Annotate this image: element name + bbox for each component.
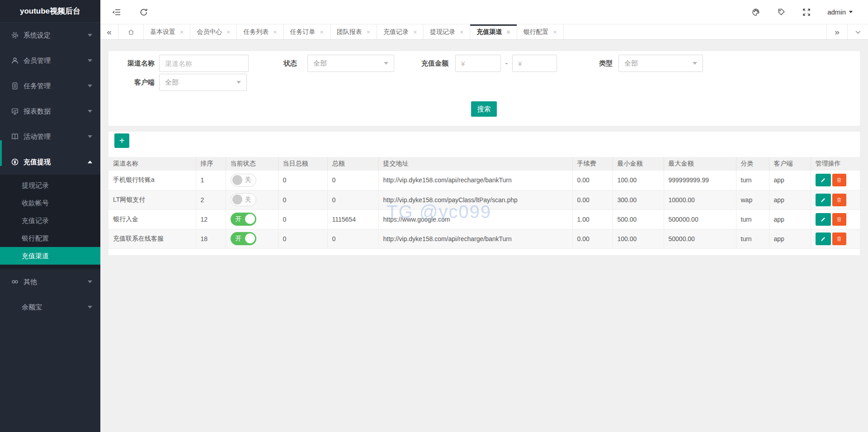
tab[interactable]: 充值渠道× (470, 24, 517, 39)
chevron-down-icon (384, 62, 388, 65)
table-cell: http://vip.dyke158.com/api/recharge/bank… (378, 229, 572, 248)
table-column-header: 当日总额 (278, 157, 327, 171)
gear-icon (11, 31, 19, 39)
trash-icon (836, 236, 842, 242)
status-toggle[interactable]: 开 (231, 213, 256, 226)
recharge-icon (11, 158, 19, 166)
sidebar-item[interactable]: 活动管理 (0, 124, 100, 149)
edit-button[interactable] (816, 213, 831, 226)
close-icon[interactable]: × (413, 28, 417, 36)
sidebar-subitem[interactable]: 提现记录 (0, 176, 100, 194)
tag-icon[interactable] (777, 8, 786, 17)
type-select[interactable]: 全部 (618, 55, 703, 72)
tab[interactable]: 任务订单× (284, 24, 330, 39)
table-cell: 500.00 (613, 209, 664, 229)
refresh-icon[interactable] (139, 8, 148, 17)
sidebar-item[interactable]: 系统设定 (0, 23, 100, 48)
sidebar-subitem[interactable]: 银行配置 (0, 229, 100, 247)
sidebar-subitem[interactable]: 充值记录 (0, 212, 100, 229)
channel-name-input[interactable] (159, 55, 249, 72)
tab[interactable]: 充值记录× (377, 24, 424, 39)
table-cell-status: 关 (226, 190, 278, 209)
table-cell: 1 (196, 171, 226, 190)
tab[interactable]: 团队报表× (330, 24, 377, 39)
delete-button[interactable] (832, 174, 846, 186)
amount-min-input[interactable] (455, 55, 501, 72)
user-menu[interactable]: admin (827, 8, 853, 16)
edit-button[interactable] (816, 233, 831, 245)
table-cell: 2 (196, 190, 226, 209)
close-icon[interactable]: × (553, 28, 557, 36)
sidebar-item[interactable]: 充值提现 (0, 149, 100, 175)
activity-icon (11, 133, 19, 141)
edit-button[interactable] (816, 194, 831, 206)
status-toggle[interactable]: 关 (231, 174, 256, 187)
table-column-header: 当前状态 (226, 157, 278, 171)
type-label: 类型 (571, 55, 613, 72)
home-tab[interactable] (118, 24, 144, 39)
caret-down-icon (88, 135, 92, 138)
sidebar-subitem[interactable]: 收款帐号 (0, 194, 100, 212)
caret-down-icon (849, 11, 853, 13)
table-cell: turn (736, 229, 769, 248)
tab-bar: « 基本设置×会员中心×任务列表×任务订单×团队报表×充值记录×提现记录×充值渠… (100, 24, 868, 40)
table-cell: http://vip.dyke158.com/payClass/ltPay/sc… (378, 190, 572, 209)
table-cell: 银行入金 (108, 209, 196, 229)
table-column-header: 最大金额 (664, 157, 736, 171)
sidebar-item[interactable]: 其他 (0, 269, 100, 294)
close-icon[interactable]: × (460, 28, 463, 36)
amount-max-input[interactable] (512, 55, 557, 72)
caret-down-icon (88, 59, 92, 62)
client-select[interactable]: 全部 (159, 74, 247, 91)
amount-label: 充值金额 (407, 55, 448, 72)
sidebar-item[interactable]: 余额宝 (0, 294, 100, 320)
fullscreen-icon[interactable] (802, 8, 811, 17)
sidebar-menu: 系统设定会员管理任务管理报表数据活动管理充值提现提现记录收款帐号充值记录银行配置… (0, 23, 100, 320)
topbar-right: admin (751, 8, 853, 17)
tab[interactable]: 银行配置× (517, 24, 564, 39)
tabs-scroll-right-button[interactable]: » (826, 24, 847, 39)
tab[interactable]: 基本设置× (144, 24, 190, 39)
menu-fold-icon[interactable] (112, 8, 121, 17)
close-icon[interactable]: × (506, 28, 510, 36)
close-icon[interactable]: × (226, 28, 230, 36)
table-cell: http://vip.dyke158.com/api/recharge/bank… (378, 171, 572, 190)
search-button[interactable]: 搜索 (471, 101, 497, 117)
delete-button[interactable] (832, 213, 846, 226)
tab-label: 任务列表 (243, 28, 269, 36)
close-icon[interactable]: × (320, 28, 324, 36)
status-toggle[interactable]: 开 (231, 232, 256, 245)
sidebar-item[interactable]: 任务管理 (0, 73, 100, 99)
table-cell: 100.00 (613, 229, 664, 248)
tabs-scroll-left-button[interactable]: « (100, 24, 118, 39)
close-icon[interactable]: × (180, 28, 184, 36)
status-select[interactable]: 全部 (307, 55, 394, 72)
table-cell: app (769, 190, 811, 209)
table-header-row: 渠道名称排序当前状态当日总额总额提交地址手续费最小金额最大金额分类客户端管理操作 (108, 157, 860, 171)
edit-button[interactable] (816, 174, 831, 186)
add-channel-button[interactable]: + (114, 133, 129, 148)
tab[interactable]: 提现记录× (424, 24, 470, 39)
sidebar-item-label: 会员管理 (24, 57, 88, 65)
sidebar-item-label: 任务管理 (24, 82, 88, 90)
toggle-knob (245, 214, 255, 224)
tab-label: 团队报表 (337, 28, 362, 36)
delete-button[interactable] (832, 233, 846, 245)
sidebar-item[interactable]: 会员管理 (0, 48, 100, 73)
pencil-icon (820, 177, 826, 183)
toggle-knob (232, 175, 242, 185)
table-cell: turn (736, 171, 769, 190)
tabs-strip: 基本设置×会员中心×任务列表×任务订单×团队报表×充值记录×提现记录×充值渠道×… (144, 24, 564, 39)
delete-button[interactable] (832, 194, 846, 206)
tab[interactable]: 任务列表× (237, 24, 283, 39)
close-icon[interactable]: × (367, 28, 370, 36)
content-area: 渠道名称 状态 全部 充值金额 - 类型 全部 客户端 全部 (100, 40, 868, 432)
close-icon[interactable]: × (273, 28, 277, 36)
status-toggle[interactable]: 关 (231, 193, 256, 206)
sidebar-subitem[interactable]: 充值渠道 (0, 247, 100, 265)
palette-icon[interactable] (751, 8, 760, 17)
table-cell: 18 (196, 229, 226, 248)
tabs-menu-button[interactable] (847, 24, 868, 39)
tab[interactable]: 会员中心× (190, 24, 237, 39)
sidebar-item[interactable]: 报表数据 (0, 99, 100, 124)
